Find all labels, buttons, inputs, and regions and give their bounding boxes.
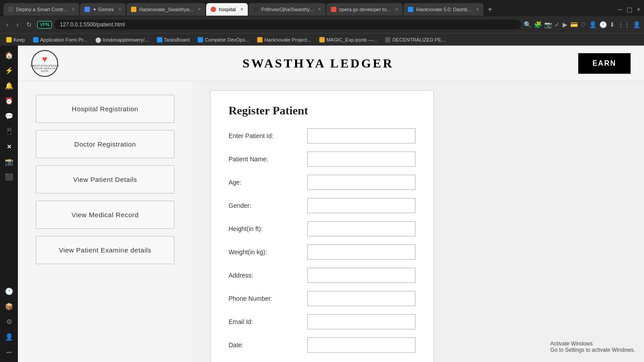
opera-account-icon[interactable]: 👤	[3, 331, 15, 343]
label-gender: Gender:	[229, 202, 300, 209]
tab-close-4[interactable]: ×	[318, 6, 321, 13]
opera-whatsapp-icon[interactable]: 📱	[3, 125, 15, 138]
browser-chrome: Deploy a Smart Contr... × ✦ Gemini × Hac…	[0, 0, 644, 46]
input-age[interactable]	[307, 175, 415, 190]
bookmarks-bar: Keep Application Form Pr... ⬤ londonappb…	[0, 33, 644, 46]
tab-0[interactable]: Deploy a Smart Contr... ×	[4, 3, 79, 16]
form-row-height: Height(in ft):	[229, 221, 415, 236]
form-row-age: Age:	[229, 175, 415, 190]
logo-area: ♥ SWASTHYALEDGERYOUR HEALTH DATA	[31, 50, 58, 77]
label-patient-name: Patient Name:	[229, 156, 300, 163]
tab-bar: Deploy a Smart Contr... × ✦ Gemini × Hac…	[0, 0, 644, 16]
opera-messenger-icon[interactable]: 💬	[3, 110, 15, 122]
label-phone: Phone Number:	[229, 295, 300, 302]
tab-close-0[interactable]: ×	[72, 6, 75, 13]
maximize-btn[interactable]: ▢	[627, 6, 632, 13]
menu-icon[interactable]: ⋮⋮	[618, 21, 630, 28]
minimize-btn[interactable]: ─	[618, 6, 622, 13]
opera-speed-dial-icon[interactable]: ⚡	[3, 64, 15, 77]
opera-settings-icon[interactable]: ⚙	[3, 316, 15, 328]
form-row-address: Address:	[229, 268, 415, 283]
tab-5[interactable]: opera gx developer to... ×	[326, 3, 403, 16]
wallet-icon[interactable]: 💳	[570, 21, 578, 28]
opera-more-icon[interactable]: •••	[3, 346, 15, 358]
tab-6[interactable]: Hacknovate 5.0: Dashb... ×	[403, 3, 483, 16]
form-row-patient-id: Enter Patient Id:	[229, 128, 415, 143]
label-email: Email Id:	[229, 318, 300, 325]
vpn-badge: VPN	[37, 21, 52, 29]
bookmark-magic[interactable]: MAGIC_Exp.ipynb —...	[317, 36, 380, 43]
bookmark-icon-decentral	[385, 37, 390, 42]
bookmark-decentral[interactable]: DECENTRALIZED PE...	[382, 36, 448, 43]
view-patient-examine-btn[interactable]: View Patient Examine details	[36, 236, 174, 264]
new-tab-button[interactable]: +	[484, 5, 496, 13]
logo-heart-icon: ♥	[42, 54, 47, 64]
bookmark-icon-magic	[319, 37, 325, 42]
shield-icon[interactable]: ✓	[555, 21, 560, 28]
view-medical-record-btn[interactable]: View Medical Record	[36, 201, 174, 229]
opera-home-icon[interactable]: 🏠	[3, 49, 15, 62]
input-height[interactable]	[307, 221, 415, 236]
search-icon[interactable]: 🔍	[524, 21, 531, 28]
tab-3-hospital[interactable]: hospital ×	[206, 3, 248, 16]
opera-search-icon[interactable]: 🔔	[3, 80, 15, 92]
form-row-date: Date:	[229, 337, 415, 353]
tab-close-2[interactable]: ×	[198, 6, 201, 13]
profile-pic[interactable]: 👤	[589, 21, 597, 28]
close-btn[interactable]: ×	[637, 6, 640, 13]
download-icon[interactable]: ⬇	[610, 21, 615, 28]
reload-button[interactable]: ↻	[24, 19, 34, 30]
tab-1[interactable]: ✦ Gemini ×	[80, 3, 126, 16]
bookmark-appform[interactable]: Application Form Pr...	[30, 36, 90, 43]
heart-icon[interactable]: ♡	[580, 21, 586, 28]
label-address: Address:	[229, 272, 300, 279]
opera-packages-icon[interactable]: 📦	[3, 300, 15, 313]
tab-close-1[interactable]: ×	[118, 6, 121, 13]
camera-icon[interactable]: 📷	[544, 21, 552, 28]
doctor-registration-btn[interactable]: Doctor Registration	[36, 130, 174, 158]
input-patient-id[interactable]	[307, 128, 415, 143]
opera-x-icon[interactable]: ✕	[3, 140, 15, 153]
page-content: ♥ SWASTHYALEDGERYOUR HEALTH DATA SWASTHY…	[18, 46, 644, 362]
bookmark-tasks[interactable]: TasksBoard	[154, 36, 192, 43]
earn-button[interactable]: EARN	[578, 53, 631, 74]
tab-close-6[interactable]: ×	[476, 6, 479, 13]
opera-instagram-icon[interactable]: 📸	[3, 156, 15, 168]
logo-subtitle: SWASTHYALEDGERYOUR HEALTH DATA	[30, 64, 59, 72]
opera-addons-icon[interactable]: ⬛	[3, 171, 15, 183]
input-address[interactable]	[307, 268, 415, 283]
input-weight[interactable]	[307, 244, 415, 260]
bookmark-hacknovate[interactable]: Hacknovate Project...	[254, 36, 314, 43]
input-date[interactable]	[307, 337, 415, 353]
tab-4[interactable]: PrithveeOjha/Swasthy... ×	[249, 3, 326, 16]
bookmark-keep[interactable]: Keep	[4, 36, 28, 43]
bookmark-icon-hacknovate	[257, 37, 263, 42]
bookmark-devops[interactable]: Complete DevOps...	[195, 36, 252, 43]
input-gender[interactable]	[307, 198, 415, 213]
app-main: Hospital Registration Doctor Registratio…	[18, 81, 644, 362]
tab-close-5[interactable]: ×	[395, 6, 398, 13]
app-header: ♥ SWASTHYALEDGERYOUR HEALTH DATA SWASTHY…	[18, 46, 644, 81]
extension-icon[interactable]: 🧩	[534, 21, 542, 28]
form-area: Register Patient Enter Patient Id: Patie…	[192, 81, 644, 362]
view-patient-details-btn[interactable]: View Patient Details	[36, 165, 174, 194]
nav-bar: ‹ › ↻ VPN 127.0.0.1:5500/patient.html 🔍 …	[0, 16, 644, 33]
play-icon[interactable]: ▶	[563, 21, 568, 28]
input-patient-name[interactable]	[307, 152, 415, 167]
tab-2[interactable]: Hacknovate_Swasthya... ×	[127, 3, 205, 16]
opera-history-icon[interactable]: 🕐	[3, 285, 15, 298]
app-sidebar: Hospital Registration Doctor Registratio…	[18, 81, 192, 362]
input-email[interactable]	[307, 314, 415, 329]
opera-notif-icon[interactable]: ⏰	[3, 95, 15, 107]
label-date: Date:	[229, 341, 300, 349]
history-icon[interactable]: 🕐	[599, 21, 607, 28]
bookmark-icon-tasks	[157, 37, 162, 42]
input-phone[interactable]	[307, 291, 415, 306]
tab-close-3[interactable]: ×	[240, 6, 243, 13]
back-button[interactable]: ‹	[4, 19, 11, 30]
hospital-registration-btn[interactable]: Hospital Registration	[36, 95, 174, 123]
forward-button[interactable]: ›	[14, 19, 21, 30]
address-bar[interactable]: 127.0.0.1:5500/patient.html	[55, 20, 521, 29]
bookmark-london[interactable]: ⬤ londonappbrewery/...	[93, 36, 152, 44]
account-icon[interactable]: 👤	[633, 21, 640, 28]
